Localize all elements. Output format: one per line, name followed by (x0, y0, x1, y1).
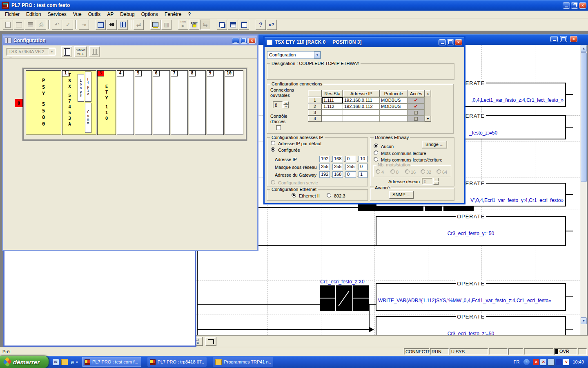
ladder-maximize-button[interactable] (560, 36, 567, 42)
minimize-button[interactable] (563, 2, 570, 9)
menu-item-fichier[interactable]: Fichier (2, 11, 23, 17)
gw-octet-3[interactable]: 0 (345, 171, 356, 178)
mask-octet-4[interactable]: 0 (359, 164, 368, 170)
controle-acces-checkbox[interactable] (276, 125, 281, 130)
empty-slot[interactable]: 9 (207, 70, 224, 135)
table-row[interactable]: 2 1.112 192.168.0.112 MODBUS ✓ (308, 103, 431, 110)
start-button[interactable]: démarrer (0, 356, 49, 368)
gw-octet-2[interactable]: 168 (332, 171, 343, 178)
radio-adresse-defaut[interactable] (271, 141, 275, 145)
connect-button[interactable]: ⇆ (200, 20, 210, 30)
ety-minimize-button[interactable] (439, 39, 446, 45)
cell-acces[interactable] (408, 116, 425, 122)
save-button[interactable] (25, 20, 35, 30)
tray-antivirus-icon[interactable]: V (563, 359, 569, 365)
mask-octet-2[interactable]: 255 (332, 164, 343, 170)
radio-ethernet-2[interactable] (292, 193, 296, 197)
cell-adresse-ip[interactable] (343, 110, 380, 116)
column-header-acces[interactable]: Accès (408, 90, 425, 97)
empty-slot[interactable]: 4 (117, 70, 134, 135)
module-cpu[interactable]: 1 TSX 57453A Loops Fipio Comm (62, 70, 96, 135)
mask-octet-1[interactable]: 255 (319, 164, 330, 170)
tray-display-icon[interactable] (548, 359, 555, 366)
table-scroll-down-button[interactable]: ▼ (425, 116, 431, 122)
configuration-minimize-button[interactable] (232, 38, 239, 44)
ety-close-button[interactable]: × (455, 39, 462, 45)
radio-configuree[interactable] (271, 147, 275, 152)
table-scroll-up-button[interactable]: ▲ (425, 90, 431, 97)
quicklaunch-folder-icon[interactable] (61, 359, 68, 365)
menu-item-fenetre[interactable]: Fenêtre (161, 11, 185, 17)
selected-nc-contact[interactable] (320, 285, 369, 311)
cell-adresse-ip[interactable]: 192.168.0.112 (343, 103, 380, 110)
ladder-vertical-scrollbar[interactable]: ▲ ▼ (580, 45, 587, 335)
menu-item-ap[interactable]: AP (104, 11, 117, 17)
column-header-res-sta[interactable]: Res.Sta (322, 90, 343, 97)
spinner-up-button[interactable]: ▲ (283, 101, 289, 105)
confirm-button[interactable]: ✓ (63, 20, 73, 30)
tray-clock[interactable]: 10:49 (572, 359, 584, 364)
menu-item-edition[interactable]: Edition (23, 11, 45, 17)
processor-combo[interactable]: TSX 57453A V6.2 ... ▼ (7, 48, 56, 56)
radio-aucun[interactable] (374, 144, 378, 148)
quicklaunch-ie-icon[interactable]: e (71, 359, 74, 366)
run-button[interactable]: RUN ▶ (178, 20, 188, 30)
gw-octet-1[interactable]: 192 (319, 171, 330, 178)
ip-octet-3[interactable]: 0 (345, 156, 356, 162)
cell-acces[interactable]: ✓ (408, 97, 425, 103)
empty-slot[interactable]: 10 (225, 70, 243, 135)
snmp-button[interactable]: SNMP ... (389, 191, 414, 199)
help-button[interactable]: ? (256, 20, 266, 30)
connexions-ouvrables-spinner[interactable]: 8 (273, 101, 283, 108)
undo-button[interactable]: ↶ (52, 20, 62, 30)
table-row[interactable]: 1 1.111 192.168.0.111 MODBUS ✓ (308, 97, 431, 103)
menu-item-debug[interactable]: Debug (117, 11, 138, 17)
operate-block[interactable]: OPERATE Cr3_ecri_festo_z:=50 (376, 316, 566, 335)
empty-slot[interactable]: 7 (171, 70, 188, 135)
ip-octet-1[interactable]: 192 (319, 156, 330, 162)
menu-item-outils[interactable]: Outils (85, 11, 104, 17)
radio-8023[interactable] (327, 193, 331, 197)
empty-slot[interactable]: 5 (135, 70, 152, 135)
table-scrollbar-track[interactable] (425, 97, 431, 103)
scroll-up-button[interactable]: ▲ (581, 45, 587, 52)
table-row[interactable]: 3 (308, 110, 431, 116)
tray-shield-icon[interactable]: ✕ (533, 359, 539, 365)
cell-adresse-ip[interactable]: 192.168.0.111 (343, 97, 380, 103)
language-indicator[interactable]: FR (514, 359, 520, 364)
cell-protocole[interactable] (380, 116, 408, 122)
stop-button[interactable]: STOP (189, 20, 199, 30)
taskbar-item[interactable]: PL7 PRO : trp8418 07... (147, 357, 207, 367)
step-link-button[interactable] (205, 337, 216, 346)
table-row[interactable]: 4 ▼ (308, 116, 431, 122)
animation-table-button[interactable]: ▥ (161, 20, 172, 30)
menu-item-vue[interactable]: Vue (70, 11, 85, 17)
ladder-close-button[interactable]: × (570, 36, 577, 42)
acces-checkbox[interactable] (414, 111, 418, 114)
tray-battery-icon[interactable] (556, 359, 562, 365)
empty-slot[interactable]: 8 (189, 70, 206, 135)
application-browser-button[interactable] (96, 20, 106, 30)
cell-res-sta-selected[interactable]: 1.111 (322, 97, 343, 103)
tray-chevron-button[interactable]: ‹ (523, 359, 530, 365)
column-header-protocole[interactable]: Protocole (380, 90, 408, 97)
tray-network-offline-icon[interactable]: ✕ (540, 359, 546, 365)
operate-block[interactable]: OPERATE WRITE_VAR(ADR#{1.112}SYS,'%MW',0… (376, 283, 566, 311)
tile-vertical-button[interactable] (239, 20, 249, 30)
search-button[interactable] (107, 20, 117, 30)
operate-block[interactable]: OPERATE Cr3_ecri_festo_y:=50 (376, 216, 566, 246)
cell-res-sta[interactable]: 1.112 (322, 103, 343, 110)
context-help-button[interactable]: ▸? (267, 20, 277, 30)
terminal-button[interactable] (150, 20, 160, 30)
empty-slot[interactable]: 6 (153, 70, 170, 135)
gw-octet-4[interactable]: 1 (359, 171, 368, 178)
restore-button[interactable] (571, 2, 578, 9)
configuration-maximize-button[interactable] (240, 38, 247, 44)
ip-octet-4[interactable]: 10 (359, 156, 368, 162)
module-psu[interactable]: PSY 5500 (26, 70, 61, 135)
cell-protocole[interactable]: MODBUS (380, 97, 408, 103)
quicklaunch-overflow-chevron[interactable]: » (76, 360, 78, 364)
cell-res-sta[interactable] (322, 116, 343, 122)
table-scrollbar-track[interactable] (425, 110, 431, 116)
network-topology-button[interactable] (89, 46, 100, 57)
